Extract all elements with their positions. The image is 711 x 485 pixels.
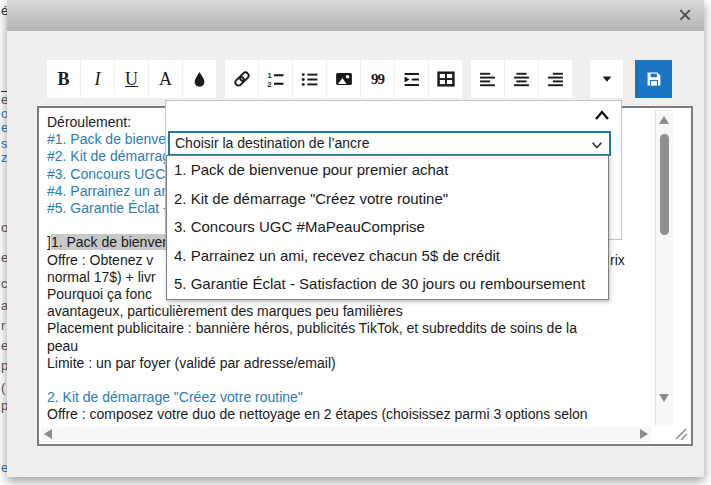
font-color-icon: A xyxy=(159,69,172,90)
align-group xyxy=(471,60,573,98)
editor-line: Offre : composez votre duo de nettoyage … xyxy=(47,406,651,423)
scroll-up-arrow-icon[interactable] xyxy=(659,116,669,124)
editor-text: normal 17$) + livr xyxy=(47,269,156,285)
image-icon xyxy=(335,70,353,88)
scroll-right-arrow-icon[interactable] xyxy=(640,429,648,439)
align-right-icon xyxy=(547,71,564,88)
select-placeholder: Choisir la destination de l’ancre xyxy=(175,135,370,151)
anchor-destination-select[interactable]: Choisir la destination de l’ancre xyxy=(168,131,611,156)
dialog-titlebar: × xyxy=(7,0,704,31)
align-left-icon xyxy=(479,71,496,88)
horizontal-scrollbar[interactable] xyxy=(41,427,651,442)
editor-text: Offre : Obtenez v xyxy=(47,252,153,268)
resize-grip-icon xyxy=(674,427,688,441)
dropdown-option[interactable]: 3. Concours UGC #MaPeauComprise xyxy=(167,213,608,242)
underline-button[interactable]: U xyxy=(115,60,148,98)
chevron-up-icon xyxy=(594,109,610,121)
dropdown-option[interactable]: 2. Kit de démarrage "Créez votre routine… xyxy=(167,185,608,214)
save-button[interactable] xyxy=(635,60,672,98)
italic-icon: I xyxy=(95,69,101,90)
editor-text: Déroulement: xyxy=(47,114,131,130)
underline-icon: U xyxy=(125,69,138,90)
fill-color-droplet-icon xyxy=(191,71,208,88)
indent-button[interactable] xyxy=(395,60,428,98)
indent-icon xyxy=(403,71,420,88)
dropdown-option[interactable]: 4. Parrainez un ami, recevez chacun 5$ d… xyxy=(167,242,608,271)
scroll-left-arrow-icon[interactable] xyxy=(44,429,52,439)
screen: é—eroerszoecarep(per × B I U A 12 xyxy=(0,0,711,485)
editor-line xyxy=(47,372,651,389)
editor-text: Placement publicitaire : bannière héros,… xyxy=(47,320,577,336)
dropdown-option[interactable]: 5. Garantie Éclat - Satisfaction de 30 j… xyxy=(167,270,608,299)
dropdown-option[interactable]: 1. Pack de bienvenue pour premier achat xyxy=(167,156,608,185)
table-icon xyxy=(437,70,455,88)
vertical-scrollbar-thumb[interactable] xyxy=(660,134,669,235)
italic-button[interactable]: I xyxy=(81,60,114,98)
insert-group: 12 99 xyxy=(225,60,463,98)
fill-color-button[interactable] xyxy=(183,60,216,98)
link-icon xyxy=(233,70,251,88)
align-right-button[interactable] xyxy=(539,60,572,98)
editor-line: 2. Kit de démarrage "Créez votre routine… xyxy=(47,389,651,406)
caret-down-icon xyxy=(600,72,614,86)
background-text-fragment: ( xyxy=(1,381,5,394)
vertical-scrollbar[interactable] xyxy=(655,110,673,426)
collapse-panel-button[interactable] xyxy=(594,109,610,124)
editor-text: Pourquoi ça fonc xyxy=(47,286,152,302)
editor-line: Limite : un par foyer (validé par adress… xyxy=(47,355,651,372)
editor-text: Offre : composez votre duo de nettoyage … xyxy=(47,406,588,422)
bold-button[interactable]: B xyxy=(47,60,80,98)
svg-text:2: 2 xyxy=(268,79,272,87)
editor-line: peau xyxy=(47,338,651,355)
align-center-icon xyxy=(513,71,530,88)
link-button[interactable] xyxy=(225,60,258,98)
anchor-options-list: 1. Pack de bienvenue pour premier achat2… xyxy=(166,155,609,300)
text-style-group: B I U A xyxy=(47,60,217,98)
ordered-list-icon: 12 xyxy=(267,71,284,88)
background-text-fragment: r xyxy=(1,319,5,332)
editor-text: Limite : un par foyer (validé par adress… xyxy=(47,355,336,371)
more-tools-dropdown-button[interactable] xyxy=(590,60,623,98)
editor-dialog: × B I U A 12 xyxy=(7,0,704,477)
editor-text: peau xyxy=(47,338,78,354)
table-button[interactable] xyxy=(429,60,462,98)
resize-grip[interactable] xyxy=(674,427,688,441)
scroll-down-arrow-icon[interactable] xyxy=(659,394,669,402)
editor-text: rix xyxy=(610,252,625,269)
image-button[interactable] xyxy=(327,60,360,98)
editor-text: avantageux, particulièrement des marques… xyxy=(47,303,403,319)
ordered-list-button[interactable]: 12 xyxy=(259,60,292,98)
bold-icon: B xyxy=(57,69,69,90)
formatting-toolbar: B I U A 12 xyxy=(47,60,673,98)
blockquote-button[interactable]: 99 xyxy=(361,60,394,98)
close-icon[interactable]: × xyxy=(673,1,697,29)
unordered-list-icon xyxy=(301,71,318,88)
editor-line: avantageux, particulièrement des marques… xyxy=(47,303,651,320)
save-floppy-icon xyxy=(645,70,663,88)
font-color-button[interactable]: A xyxy=(149,60,182,98)
editor-line: Placement publicitaire : bannière héros,… xyxy=(47,320,651,337)
anchor-link-text[interactable]: 2. Kit de démarrage "Créez votre routine… xyxy=(47,389,303,405)
blockquote-icon: 99 xyxy=(371,71,384,88)
align-left-button[interactable] xyxy=(471,60,504,98)
align-center-button[interactable] xyxy=(505,60,538,98)
unordered-list-button[interactable] xyxy=(293,60,326,98)
